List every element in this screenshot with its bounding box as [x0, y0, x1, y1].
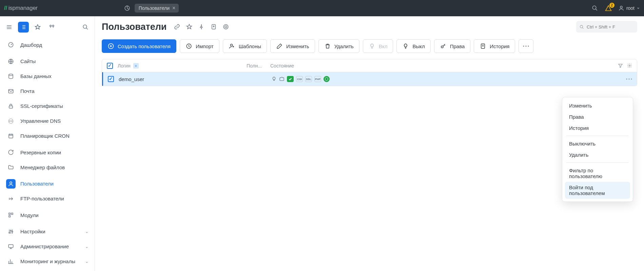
sidebar-item-settings[interactable]: Настройки⌄ — [3, 224, 92, 239]
svg-point-14 — [10, 182, 12, 184]
export-icon[interactable] — [210, 23, 217, 31]
ctx-login-as-user[interactable]: Войти под пользователем — [565, 182, 630, 199]
mail-icon — [6, 86, 16, 96]
svg-point-18 — [9, 232, 10, 233]
sidebar-item-modules[interactable]: Модули — [3, 208, 92, 222]
database-icon — [6, 72, 16, 81]
notifications-icon[interactable]: 2 — [605, 4, 612, 12]
delete-button[interactable]: Удалить — [318, 39, 359, 53]
check-icon — [287, 76, 294, 82]
sidebar-item-cron[interactable]: Планировщик CRON — [3, 129, 92, 143]
list-view-icon[interactable] — [18, 22, 29, 33]
help-icon[interactable] — [222, 23, 230, 31]
history-icon — [480, 43, 486, 50]
sidebar-item-monitoring[interactable]: Мониторинг и журналы⌄ — [3, 254, 92, 269]
link-icon[interactable] — [173, 23, 181, 31]
svg-point-5 — [83, 25, 87, 28]
sidebar-item-admin[interactable]: Администрирование⌄ — [3, 239, 92, 254]
ctx-edit[interactable]: Изменить — [565, 100, 630, 111]
svg-rect-10 — [9, 106, 13, 108]
user-menu[interactable]: root — [618, 5, 640, 11]
filter-icon[interactable] — [618, 63, 623, 68]
sidebar-item-ftpusers[interactable]: FTP-пользователи — [3, 191, 92, 206]
ctx-disable[interactable]: Выключить — [565, 138, 630, 149]
enable-button[interactable]: Вкл — [363, 39, 393, 53]
svg-point-32 — [526, 45, 527, 46]
import-button[interactable]: Импорт — [180, 39, 219, 53]
column-login[interactable]: Логин≡ — [118, 63, 247, 69]
logo-slashes-icon: // — [4, 5, 7, 12]
sidebar-item-sites[interactable]: Сайты — [3, 54, 92, 69]
sidebar-item-filemanager[interactable]: Менеджер файлов — [3, 160, 92, 175]
sidebar-item-mail[interactable]: Почта — [3, 84, 92, 99]
ctx-delete[interactable]: Удалить — [565, 149, 630, 160]
svg-point-23 — [224, 24, 229, 29]
svg-rect-21 — [8, 245, 13, 248]
cell-state: CGI SSL PHP — [271, 76, 626, 82]
sidebar-item-databases[interactable]: Базы данных — [3, 69, 92, 84]
button-label: История — [490, 43, 509, 49]
services-icon[interactable] — [46, 22, 57, 33]
row-more-icon[interactable] — [626, 78, 632, 80]
templates-button[interactable]: Шаблоны — [223, 39, 267, 53]
table-row[interactable]: demo_user CGI SSL PHP — [102, 72, 637, 86]
sidebar-item-label: Менеджер файлов — [20, 164, 65, 170]
sidebar-item-backup[interactable]: Резервные копии — [3, 145, 92, 160]
sidebar-item-dashboard[interactable]: Дашборд — [3, 37, 92, 52]
button-label: Шаблоны — [239, 43, 261, 49]
disable-button[interactable]: Выкл — [396, 39, 430, 53]
user-icon — [6, 179, 16, 189]
close-icon[interactable]: × — [172, 5, 175, 11]
sidebar-item-users[interactable]: Пользователи — [3, 176, 92, 191]
permissions-button[interactable]: Права — [434, 39, 471, 53]
tab-label: Пользователи — [139, 5, 170, 11]
tab-users[interactable]: Пользователи × — [135, 4, 179, 13]
gear-icon[interactable] — [627, 63, 632, 68]
star-icon[interactable] — [32, 22, 43, 33]
search-icon[interactable] — [591, 4, 599, 12]
lightbulb-on-icon — [369, 43, 375, 50]
sidebar-item-label: Планировщик CRON — [20, 133, 70, 139]
dashboard-shortcut-icon[interactable] — [122, 3, 132, 13]
column-state[interactable]: Состояние — [270, 63, 618, 69]
sidebar-search-icon[interactable] — [80, 22, 91, 33]
ctx-filter-by-user[interactable]: Фильтр по пользователю — [565, 165, 630, 182]
button-label: Вкл — [379, 43, 388, 49]
svg-point-35 — [626, 78, 627, 79]
sidebar: Дашборд Сайты Базы данных Почта SSL-серт… — [0, 16, 95, 271]
button-label: Права — [450, 43, 465, 49]
edit-button[interactable]: Изменить — [270, 39, 315, 53]
lightbulb-icon — [271, 76, 277, 82]
sidebar-item-dns[interactable]: DNSУправление DNS — [3, 114, 92, 129]
column-fullname[interactable]: Полн... — [247, 63, 267, 69]
php-badge: PHP — [314, 76, 321, 82]
row-checkbox[interactable] — [108, 76, 114, 82]
username: root — [626, 5, 635, 11]
gauge-icon — [6, 40, 16, 50]
select-all-checkbox[interactable] — [107, 63, 113, 69]
sidebar-item-label: Администрирование — [20, 244, 69, 249]
lock-icon — [6, 101, 16, 111]
sidebar-top-tools — [3, 20, 92, 37]
import-icon — [186, 43, 192, 50]
menu-collapse-icon[interactable] — [4, 22, 15, 33]
more-actions-button[interactable] — [519, 39, 533, 53]
svg-text:DNS: DNS — [9, 120, 13, 122]
user-icon — [618, 5, 624, 11]
cgi-badge: CGI — [296, 76, 303, 82]
trash-icon — [324, 43, 331, 50]
ctx-history[interactable]: История — [565, 122, 630, 134]
ctx-permissions[interactable]: Права — [565, 111, 630, 122]
svg-point-37 — [631, 78, 632, 79]
pin-icon[interactable] — [198, 23, 205, 31]
sidebar-item-ssl[interactable]: SSL-сертификаты — [3, 99, 92, 114]
search-input[interactable] — [587, 24, 634, 30]
svg-point-28 — [230, 44, 232, 46]
sidebar-item-label: Резервные копии — [20, 150, 61, 155]
svg-rect-13 — [9, 134, 13, 138]
create-user-button[interactable]: Создать пользователя — [102, 39, 176, 53]
star-icon[interactable] — [186, 23, 193, 31]
history-button[interactable]: История — [474, 39, 515, 53]
quick-search[interactable] — [576, 21, 637, 33]
nodejs-icon — [324, 76, 330, 82]
